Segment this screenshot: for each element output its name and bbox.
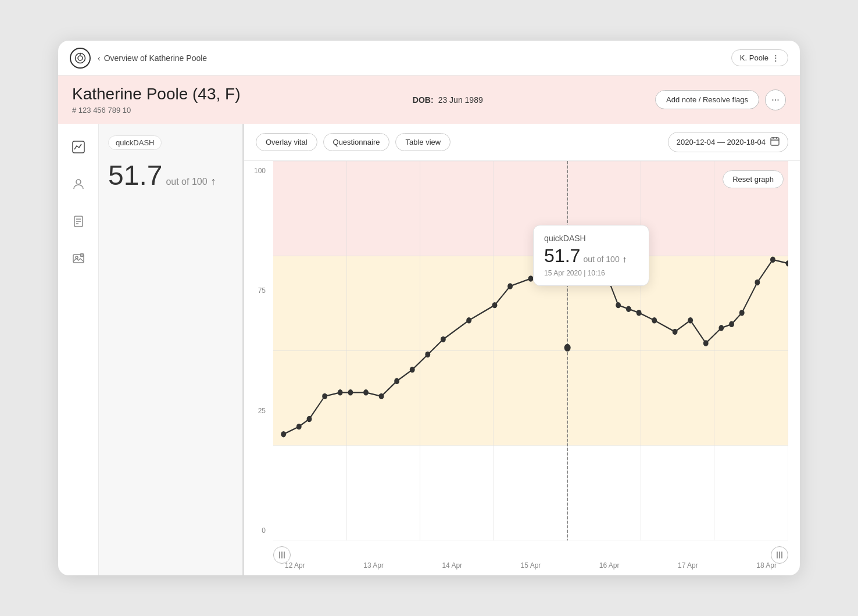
user-menu-icon: ⋮ (772, 53, 780, 62)
svg-point-30 (281, 431, 286, 437)
back-nav[interactable]: ‹ Overview of Katherine Poole (98, 53, 207, 63)
metric-label: quickDASH (108, 135, 162, 150)
tooltip-title: quickDASH (544, 234, 638, 243)
svg-point-35 (348, 389, 353, 395)
left-scroll-handle[interactable] (273, 546, 291, 564)
svg-point-34 (338, 389, 343, 395)
svg-rect-14 (771, 138, 779, 145)
sidebar (58, 124, 99, 575)
patient-header: Katherine Poole (43, F) # 123 456 789 10… (58, 76, 800, 124)
tooltip-highlight-dot (564, 344, 571, 352)
chart-tooltip: quickDASH 51.7 out of 100 ↑ 15 Apr 2020 … (533, 225, 649, 286)
tooltip-number: 51.7 (544, 245, 580, 267)
scroll-handles (273, 546, 788, 564)
reset-graph-button[interactable]: Reset graph (723, 170, 784, 188)
svg-point-44 (507, 283, 513, 289)
sidebar-item-person[interactable] (67, 173, 90, 196)
zone-low (273, 446, 788, 540)
svg-point-40 (425, 352, 430, 357)
app-container: ‹ Overview of Katherine Poole K. Poole ⋮… (58, 41, 800, 575)
dob-label: DOB: (413, 95, 434, 105)
overlay-vital-button[interactable]: Overlay vital (256, 133, 317, 151)
svg-point-31 (296, 424, 302, 429)
nav-left: ‹ Overview of Katherine Poole (70, 48, 207, 69)
svg-point-38 (394, 378, 399, 384)
more-options-button[interactable]: ··· (765, 89, 786, 110)
svg-point-37 (379, 393, 384, 399)
svg-point-52 (616, 302, 621, 308)
svg-point-39 (410, 367, 415, 373)
y-label-0: 0 (244, 527, 270, 535)
user-badge[interactable]: K. Poole ⋮ (731, 49, 788, 66)
svg-point-32 (307, 416, 312, 422)
calendar-icon (770, 137, 780, 148)
patient-actions: Add note / Resolve flags ··· (655, 89, 786, 110)
metric-trend-icon: ↑ (211, 176, 216, 188)
chart-svg (273, 161, 788, 540)
svg-point-60 (729, 321, 734, 327)
dob-value: 23 Jun 1989 (438, 95, 483, 105)
y-axis: 100 75 25 0 (244, 161, 270, 540)
tooltip-suffix: out of 100 (583, 255, 619, 264)
date-range-picker[interactable]: 2020-12-04 — 2020-18-04 (668, 132, 788, 152)
svg-point-33 (322, 393, 327, 399)
user-label: K. Poole (740, 53, 768, 62)
back-chevron-icon: ‹ (98, 53, 101, 63)
svg-point-4 (76, 180, 81, 184)
svg-point-63 (770, 257, 775, 263)
patient-name: Katherine Poole (43, F) (72, 85, 241, 103)
metric-suffix: out of 100 (166, 177, 207, 187)
app-logo (70, 48, 91, 69)
tooltip-arrow-icon: ↑ (623, 254, 627, 264)
patient-dob: DOB: 23 Jun 1989 (413, 95, 483, 105)
svg-point-57 (688, 317, 693, 323)
tooltip-time: 15 Apr 2020 | 10:16 (544, 269, 638, 277)
zone-high (273, 161, 788, 256)
right-panel: Overlay vital Questionnaire Table view 2… (244, 124, 800, 575)
top-nav: ‹ Overview of Katherine Poole K. Poole ⋮ (58, 41, 800, 76)
svg-point-54 (637, 310, 642, 316)
svg-point-61 (739, 310, 745, 316)
y-label-75: 75 (244, 286, 270, 295)
questionnaire-button[interactable]: Questionnaire (323, 133, 390, 151)
tooltip-value-display: 51.7 out of 100 ↑ (544, 245, 638, 267)
right-scroll-handle[interactable] (771, 546, 788, 564)
left-panel: quickDASH 51.7 out of 100 ↑ (99, 124, 244, 575)
chart-area: Reset graph 100 75 25 0 (244, 161, 800, 575)
svg-point-59 (718, 325, 724, 331)
back-nav-label: Overview of Katherine Poole (104, 53, 207, 63)
chart-svg-wrapper (273, 161, 788, 540)
svg-point-43 (492, 302, 498, 308)
svg-point-1 (78, 56, 83, 60)
metric-number: 51.7 (108, 159, 162, 191)
patient-id: # 123 456 789 10 (72, 106, 241, 114)
sidebar-item-image[interactable] (67, 247, 90, 270)
main-area: quickDASH 51.7 out of 100 ↑ Overlay vita… (58, 124, 800, 575)
sidebar-item-chart[interactable] (67, 135, 90, 159)
sidebar-item-document[interactable] (67, 210, 90, 233)
chart-toolbar: Overlay vital Questionnaire Table view 2… (244, 124, 800, 161)
svg-point-41 (441, 336, 446, 342)
svg-point-55 (652, 317, 657, 323)
svg-point-42 (466, 317, 471, 323)
y-label-100: 100 (244, 167, 270, 175)
svg-point-36 (363, 389, 369, 395)
more-dots-icon: ··· (771, 95, 779, 105)
patient-info: Katherine Poole (43, F) # 123 456 789 10 (72, 85, 241, 114)
svg-point-58 (703, 340, 709, 346)
svg-point-56 (673, 329, 678, 335)
y-label-25: 25 (244, 407, 270, 415)
nav-right: K. Poole ⋮ (731, 49, 788, 66)
svg-point-53 (626, 306, 631, 311)
date-range-text: 2020-12-04 — 2020-18-04 (677, 138, 766, 146)
svg-point-62 (755, 280, 760, 285)
svg-point-45 (528, 275, 534, 281)
metric-value-display: 51.7 out of 100 ↑ (108, 159, 233, 191)
add-note-button[interactable]: Add note / Resolve flags (655, 90, 759, 109)
table-view-button[interactable]: Table view (395, 133, 451, 151)
